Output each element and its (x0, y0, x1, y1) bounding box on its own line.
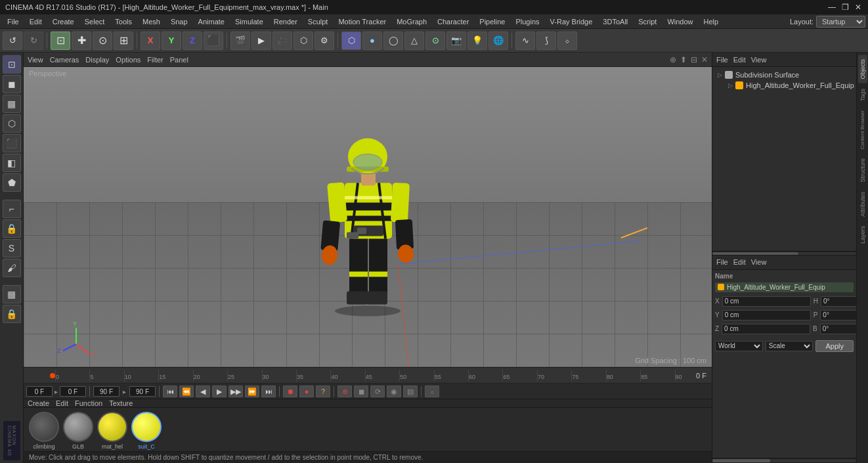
goto-start-button[interactable]: ⏮ (163, 386, 177, 397)
attr-world-dropdown[interactable]: World Local (715, 341, 763, 351)
sidebar-grid-btn[interactable]: ▦ (3, 95, 21, 113)
spline-button[interactable]: ∿ (515, 32, 535, 50)
sphere-button[interactable]: ● (362, 32, 382, 50)
sidebar-cube2-btn[interactable]: ◧ (3, 154, 21, 172)
material-item-climbing[interactable]: climbing (29, 412, 59, 450)
object-item-subdivision[interactable]: ▷ Subdivision Surface (715, 70, 854, 80)
undo-button[interactable]: ↺ (3, 32, 22, 50)
sidebar-cube-btn[interactable]: ⬛ (3, 134, 21, 152)
sidebar-lock-btn[interactable]: 🔒 (3, 305, 21, 323)
vp-menu-panel[interactable]: Panel (170, 56, 188, 64)
object-mode-button[interactable]: ⊙ (93, 32, 112, 50)
render-region-button[interactable]: 🎬 (230, 32, 250, 50)
om-menu-file[interactable]: File (716, 56, 728, 64)
maximize-button[interactable]: ❐ (840, 3, 850, 12)
layout-select[interactable]: Startup Standard Animate (816, 16, 865, 28)
viewport[interactable]: Perspective Grid Spacing : 100 cm X Y Z (24, 67, 712, 367)
key-pla-button[interactable]: ▤ (403, 386, 418, 397)
key-param-button[interactable]: ◉ (387, 386, 401, 397)
om-menu-edit[interactable]: Edit (733, 56, 746, 64)
cube-button[interactable]: ⬡ (341, 32, 361, 50)
attr-y-pos-input[interactable] (722, 310, 811, 320)
menu-select[interactable]: Select (80, 16, 110, 27)
goto-end-button[interactable]: ⏭ (261, 386, 276, 397)
next-frame-button[interactable]: ▶▶ (228, 386, 243, 397)
menu-mograph[interactable]: MoGraph (392, 16, 431, 27)
record-button[interactable]: ⏺ (283, 386, 297, 397)
attr-x-pos-input[interactable] (722, 296, 811, 307)
attr-p-input[interactable] (820, 310, 856, 320)
vp-menu-filter[interactable]: Filter (147, 56, 163, 64)
mesh-mode-button[interactable]: ✚ (72, 32, 91, 50)
menu-sculpt[interactable]: Sculpt (303, 16, 333, 27)
cylinder-button[interactable]: ◯ (383, 32, 403, 50)
torus-button[interactable]: ⊙ (425, 32, 445, 50)
object-item-worker[interactable]: ▷ High_Altitude_Worker_Full_Equip (715, 80, 854, 91)
rp-scrollbar[interactable] (712, 458, 856, 463)
attr-object-row[interactable]: High_Altitude_Worker_Full_Equip (715, 282, 854, 292)
next-key-button[interactable]: ⏩ (245, 386, 259, 397)
key-pos-button[interactable]: ⊕ (337, 386, 352, 397)
tab-structure[interactable]: Structure (858, 154, 867, 187)
attr-z-pos-input[interactable] (722, 324, 810, 334)
vp-menu-cameras[interactable]: Cameras (50, 56, 79, 64)
sidebar-object-btn[interactable]: ⊡ (3, 55, 21, 74)
start-frame-input[interactable] (60, 386, 86, 397)
move-button[interactable]: ⊞ (114, 32, 133, 50)
tab-objects[interactable]: Objects (858, 55, 867, 83)
menu-script[interactable]: Script (634, 16, 661, 27)
vp-menu-options[interactable]: Options (116, 56, 141, 64)
mat-menu-texture[interactable]: Texture (109, 399, 133, 407)
prev-frame-button[interactable]: ◀ (196, 386, 210, 397)
sky-button[interactable]: 🌐 (488, 32, 508, 50)
attr-menu-file[interactable]: File (716, 258, 728, 266)
sidebar-grid2-btn[interactable]: ▦ (3, 285, 21, 303)
attr-h-input[interactable] (821, 296, 856, 307)
menu-snap[interactable]: Snap (166, 16, 192, 27)
render-active-button[interactable]: ▶ (251, 32, 271, 50)
attr-b-input[interactable] (820, 324, 856, 334)
menu-character[interactable]: Character (433, 16, 473, 27)
tab-attributes[interactable]: Attributes (858, 188, 867, 221)
material-item-mat-hel[interactable]: mat_hel (97, 412, 127, 450)
vp-menu-display[interactable]: Display (85, 56, 109, 64)
axis-y-button[interactable]: Y (162, 32, 181, 50)
attr-scale-dropdown[interactable]: Scale (766, 341, 814, 351)
sidebar-paint-btn[interactable]: 🖌 (3, 259, 21, 277)
mat-menu-edit[interactable]: Edit (56, 399, 68, 407)
sidebar-transform-btn[interactable]: ⬟ (3, 173, 21, 192)
menu-simulate[interactable]: Simulate (230, 16, 268, 27)
key-scale-button[interactable]: ◼ (354, 386, 368, 397)
material-item-suit-c[interactable]: suit_C (131, 412, 162, 450)
menu-mesh[interactable]: Mesh (138, 16, 165, 27)
timeline-ruler[interactable]: 0 5 10 15 20 25 30 35 40 45 50 55 60 65 … (24, 368, 712, 384)
menu-help[interactable]: Help (699, 16, 724, 27)
tab-tags[interactable]: Tags (858, 85, 867, 105)
layout-key-button[interactable]: ⬦ (425, 386, 439, 397)
redo-button[interactable]: ↻ (24, 32, 43, 50)
menu-tools[interactable]: Tools (110, 16, 137, 27)
material-item-glb[interactable]: GLB (63, 412, 93, 450)
vp-menu-view[interactable]: View (28, 56, 43, 64)
key-rot-button[interactable]: ⟳ (370, 386, 385, 397)
menu-motion-tracker[interactable]: Motion Tracker (334, 16, 391, 27)
menu-window[interactable]: Window (662, 16, 697, 27)
key-help-button[interactable]: ? (316, 386, 330, 397)
close-button[interactable]: ✕ (854, 3, 863, 12)
sidebar-magnet-btn[interactable]: 🔒 (3, 219, 21, 238)
axis-free-button[interactable]: ⬛ (204, 32, 223, 50)
tab-layers[interactable]: Layers (858, 222, 867, 248)
menu-create[interactable]: Create (48, 16, 79, 27)
mat-menu-function[interactable]: Function (75, 399, 102, 407)
render-view-button[interactable]: 🎥 (272, 32, 292, 50)
menu-plugins[interactable]: Plugins (511, 16, 544, 27)
axis-z-button[interactable]: Z (183, 32, 202, 50)
vp-icon-close[interactable]: ✕ (701, 55, 708, 64)
camera-button[interactable]: 📷 (446, 32, 466, 50)
attr-menu-view[interactable]: View (751, 258, 767, 266)
auto-key-button[interactable]: ● (299, 386, 314, 397)
nurbs-button[interactable]: ⟆ (536, 32, 556, 50)
sidebar-stamp-btn[interactable]: S (3, 239, 21, 257)
apply-button[interactable]: Apply (815, 340, 854, 352)
render-settings-button[interactable]: ⚙ (315, 32, 334, 50)
